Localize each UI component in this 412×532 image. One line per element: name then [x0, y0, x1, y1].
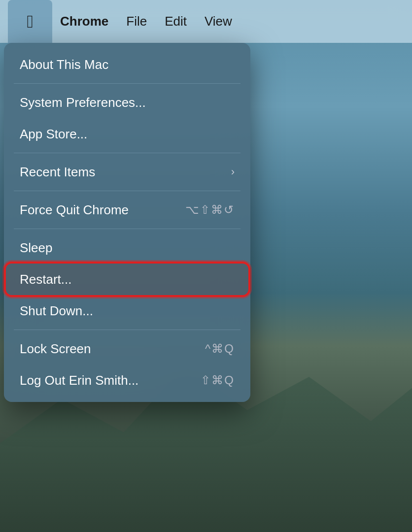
- apple-menu-button[interactable]: : [8, 0, 52, 43]
- menu-item-about[interactable]: About This Mac: [6, 49, 248, 80]
- menu-item-sleep[interactable]: Sleep: [6, 232, 248, 264]
- menu-item-lock-screen[interactable]: Lock Screen ^⌘Q: [6, 333, 248, 365]
- apple-dropdown-menu: About This Mac System Preferences... App…: [4, 43, 250, 402]
- menu-bar-items: Chrome File Edit View: [52, 0, 240, 43]
- menubar-item-view[interactable]: View: [197, 0, 240, 43]
- divider-3: [14, 191, 240, 191]
- chevron-right-icon: ›: [231, 166, 235, 178]
- menu-item-restart[interactable]: Restart...: [6, 264, 248, 295]
- menubar-item-edit[interactable]: Edit: [157, 0, 195, 43]
- menubar-item-chrome[interactable]: Chrome: [52, 0, 116, 43]
- menu-item-force-quit[interactable]: Force Quit Chrome ⌥⇧⌘↺: [6, 194, 248, 226]
- menubar-item-file[interactable]: File: [118, 0, 155, 43]
- divider-2: [14, 153, 240, 153]
- log-out-shortcut: ⇧⌘Q: [201, 373, 235, 387]
- divider-4: [14, 229, 240, 229]
- divider-1: [14, 83, 240, 84]
- apple-logo-icon: : [27, 11, 33, 32]
- menu-item-recent-items[interactable]: Recent Items ›: [6, 156, 248, 188]
- divider-5: [14, 330, 240, 330]
- menu-item-system-prefs[interactable]: System Preferences...: [6, 87, 248, 118]
- force-quit-shortcut: ⌥⇧⌘↺: [185, 203, 235, 217]
- lock-screen-shortcut: ^⌘Q: [205, 342, 235, 356]
- menu-item-log-out[interactable]: Log Out Erin Smith... ⇧⌘Q: [6, 365, 248, 396]
- menu-item-app-store[interactable]: App Store...: [6, 118, 248, 150]
- menu-bar:  Chrome File Edit View: [0, 0, 412, 43]
- menu-item-shut-down[interactable]: Shut Down...: [6, 295, 248, 327]
